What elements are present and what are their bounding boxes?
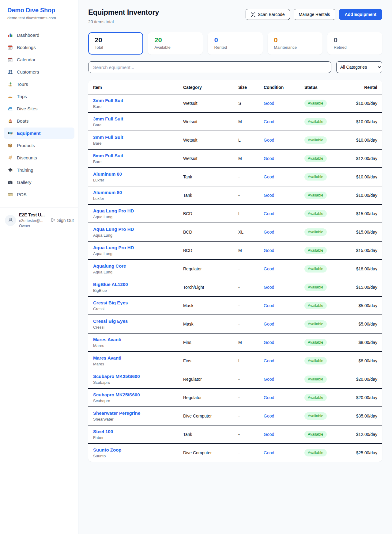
item-name-link[interactable]: Scubapro MK25/S600 (93, 374, 173, 379)
sidebar-item-pos[interactable]: POS (4, 189, 74, 200)
item-name-link[interactable]: Aqua Lung Pro HD (93, 208, 173, 213)
sidebar-item-equipment[interactable]: Equipment (4, 128, 74, 139)
status-cell: Available (300, 223, 345, 241)
size-cell: - (233, 315, 259, 333)
sign-out-label: Sign Out (57, 218, 74, 223)
item-cell: Scubapro MK25/S600Scubapro (88, 370, 178, 388)
sidebar-item-gallery[interactable]: Gallery (4, 177, 74, 188)
category-cell: Mask (178, 315, 233, 333)
search-input[interactable] (88, 61, 331, 73)
item-name-link[interactable]: Aqua Lung Pro HD (93, 227, 173, 232)
status-cell: Available (300, 296, 345, 315)
sidebar-item-calendar[interactable]: Calendar (4, 54, 74, 65)
scan-barcode-button[interactable]: Scan Barcode (246, 9, 290, 20)
sidebar-item-tours[interactable]: Tours (4, 78, 74, 90)
item-name-link[interactable]: Aluminum 80 (93, 190, 173, 195)
add-equipment-button[interactable]: Add Equipment (339, 9, 382, 20)
status-cell: Available (300, 241, 345, 260)
rental-cell: $20.00/day (345, 388, 382, 407)
item-name-link[interactable]: Scubapro MK25/S600 (93, 392, 173, 397)
table-row: 5mm Full SuitBareWetsuitMGoodAvailable$1… (88, 149, 382, 168)
category-cell: Wetsuit (178, 149, 233, 168)
item-brand: Mares (93, 362, 173, 366)
user-icon (8, 217, 13, 224)
status-badge: Available (304, 376, 327, 383)
item-name-link[interactable]: 5mm Full Suit (93, 153, 173, 158)
item-brand: Scubapro (93, 380, 173, 385)
sidebar-item-label: Training (17, 167, 33, 173)
item-cell: Scubapro MK25/S600Scubapro (88, 388, 178, 407)
status-cell: Available (300, 444, 345, 462)
manage-rentals-button[interactable]: Manage Rentals (294, 9, 335, 20)
condition-cell: Good (259, 131, 300, 149)
stat-label: Rented (214, 45, 256, 50)
rental-cell: $5.00/day (345, 296, 382, 315)
status-cell: Available (300, 186, 345, 204)
item-name-link[interactable]: Cressi Big Eyes (93, 300, 173, 305)
main-content: Equipment Inventory 20 items total Scan … (78, 0, 392, 474)
item-name-link[interactable]: Steel 100 (93, 429, 173, 434)
item-name-link[interactable]: Mares Avanti (93, 355, 173, 360)
item-brand: Faber (93, 435, 173, 440)
status-badge: Available (304, 449, 327, 456)
rental-cell: $10.00/day (345, 113, 382, 131)
item-name-link[interactable]: 3mm Full Suit (93, 135, 173, 140)
table-row: 3mm Full SuitBareWetsuitMGoodAvailable$1… (88, 113, 382, 131)
item-name-link[interactable]: 3mm Full Suit (93, 98, 173, 103)
stat-label: Maintenance (274, 45, 316, 50)
sidebar-item-customers[interactable]: Customers (4, 66, 74, 78)
item-cell: Cressi Big EyesCressi (88, 315, 178, 333)
table-row: BigBlue AL1200BigBlueTorch/Light-GoodAva… (88, 278, 382, 296)
item-cell: 3mm Full SuitBare (88, 94, 178, 113)
status-cell: Available (300, 113, 345, 131)
item-name-link[interactable]: 3mm Full Suit (93, 116, 173, 121)
stat-value: 0 (274, 36, 316, 44)
table-row: Mares AvantiMaresFinsMGoodAvailable$8.00… (88, 333, 382, 352)
item-name-link[interactable]: Aqua Lung Pro HD (93, 245, 173, 250)
item-name-link[interactable]: Cressi Big Eyes (93, 318, 173, 324)
sidebar-item-bookings[interactable]: 17Bookings (4, 42, 74, 53)
dashboard-icon (7, 32, 13, 38)
boats-icon (7, 118, 13, 124)
item-name-link[interactable]: Aluminum 80 (93, 171, 173, 177)
table-row: Aqua Lung Pro HDAqua LungBCDLGoodAvailab… (88, 204, 382, 223)
item-cell: Mares AvantiMares (88, 333, 178, 352)
status-cell: Available (300, 425, 345, 444)
trips-icon (7, 94, 13, 99)
item-name-link[interactable]: Mares Avanti (93, 337, 173, 342)
user-meta: E2E Test U... e2e-tester@... Owner (19, 212, 45, 229)
status-cell: Available (300, 333, 345, 352)
sidebar-item-discounts[interactable]: Discounts (4, 152, 74, 163)
status-badge: Available (304, 155, 327, 162)
stat-card-retired[interactable]: 0Retired (327, 32, 382, 55)
stat-card-rented[interactable]: 0Rented (208, 32, 262, 55)
page-title-block: Equipment Inventory 20 items total (88, 8, 159, 24)
sign-out-button[interactable]: Sign Out (51, 218, 74, 223)
stat-card-total[interactable]: 20Total (88, 32, 143, 55)
category-filter[interactable]: All Categories (336, 61, 382, 73)
sidebar-item-products[interactable]: Products (4, 140, 74, 151)
sidebar-item-training[interactable]: Training (4, 164, 74, 176)
sidebar-item-boats[interactable]: Boats (4, 115, 74, 127)
status-badge: Available (304, 173, 327, 181)
item-name-link[interactable]: BigBlue AL1200 (93, 282, 173, 287)
table-row: Aqua Lung Pro HDAqua LungBCDXLGoodAvaila… (88, 223, 382, 241)
item-brand: Cressi (93, 307, 173, 311)
item-name-link[interactable]: Shearwater Peregrine (93, 410, 173, 416)
condition-cell: Good (259, 388, 300, 407)
category-cell: Dive Computer (178, 444, 233, 462)
sidebar-item-trips[interactable]: Trips (4, 91, 74, 102)
stat-card-available[interactable]: 20Available (148, 32, 203, 55)
item-cell: BigBlue AL1200BigBlue (88, 278, 178, 296)
sidebar-item-dive-sites[interactable]: Dive Sites (4, 103, 74, 114)
status-badge: Available (304, 394, 327, 401)
svg-text:17: 17 (9, 47, 11, 49)
sidebar: Demo Dive Shop demo.test.divestreams.com… (0, 0, 78, 534)
item-name-link[interactable]: Aqualung Core (93, 263, 173, 269)
brand-block: Demo Dive Shop demo.test.divestreams.com (0, 0, 78, 25)
sidebar-item-dashboard[interactable]: Dashboard (4, 29, 74, 41)
item-name-link[interactable]: Suunto Zoop (93, 447, 173, 452)
tours-icon (7, 82, 13, 87)
equipment-table-card: ItemCategorySizeConditionStatusRental 3m… (88, 80, 382, 462)
stat-card-maintenance[interactable]: 0Maintenance (268, 32, 322, 55)
